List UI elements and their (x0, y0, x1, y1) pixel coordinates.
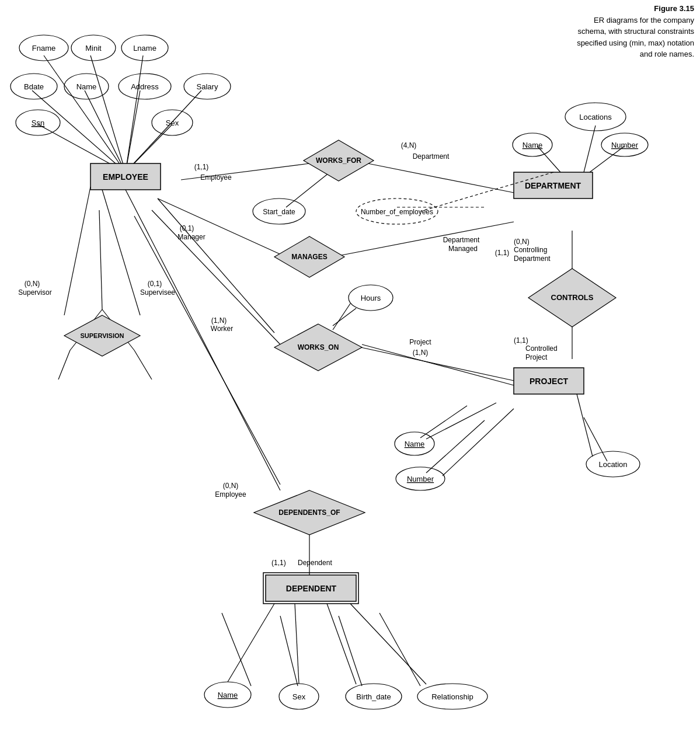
er-diagram: Fname Minit Lname Bdate Name Address Sal… (0, 0, 700, 742)
rel-works-for: WORKS_FOR (316, 156, 361, 165)
attr-minit: Minit (85, 44, 102, 53)
svg-line-13 (158, 198, 286, 257)
diagram-container: Figure 3.15 ER diagrams for the companys… (0, 0, 700, 742)
attr-address: Address (131, 82, 159, 91)
role-dependent: Dependent (298, 559, 332, 567)
attr-lname: Lname (133, 44, 156, 53)
svg-line-26 (537, 146, 560, 172)
constraint-11-controls-proj: (1,1) (514, 336, 528, 344)
constraint-01-manages: (0,1) (180, 224, 194, 232)
svg-line-3 (32, 90, 126, 172)
role-emp-dependents: Employee (215, 490, 246, 499)
svg-line-14 (333, 222, 514, 257)
svg-line-36 (379, 613, 420, 686)
constraint-11-dependent: (1,1) (271, 559, 286, 567)
attr-fname: Fname (32, 44, 55, 53)
constraint-1n-works-on-proj: (1,N) (413, 349, 429, 357)
constraint-1n-works-on-worker: (1,N) (211, 316, 227, 325)
constraint-11-manages-dept: (1,1) (495, 249, 510, 257)
rel-dependents-of: DEPENDENTS_OF (278, 508, 340, 517)
svg-line-21 (362, 344, 514, 385)
role-controlling-dept1: Controlling (514, 246, 547, 254)
constraint-11-works-for-emp: (1,1) (194, 163, 209, 171)
svg-line-35 (339, 616, 362, 686)
attr-bdate: Bdate (24, 82, 44, 91)
svg-line-64 (426, 403, 496, 439)
attr-num-employees: Number_of_employees (361, 208, 433, 216)
role-supervisee: Supervisee (140, 288, 175, 297)
attr-dept-name: Name (523, 141, 543, 149)
svg-line-22 (333, 304, 350, 330)
attr-hours: Hours (361, 294, 381, 302)
svg-line-11 (286, 172, 330, 207)
svg-line-1 (90, 55, 126, 172)
role-controlled-proj1: Controlled (525, 344, 558, 353)
svg-line-18 (58, 350, 70, 379)
role-managed: Managed (448, 245, 478, 253)
svg-line-15 (99, 210, 102, 309)
attr-proj-name: Name (405, 440, 425, 448)
entity-department: DEPARTMENT (525, 181, 581, 190)
entity-dependent: DEPENDENT (286, 584, 337, 593)
constraint-0n-emp-dep: (0,N) (223, 482, 239, 490)
svg-line-19 (134, 350, 152, 379)
constraint-4n-works-for: (4,N) (401, 141, 417, 149)
rel-supervision: SUPERVISION (81, 332, 124, 339)
rel-works-on: WORKS_ON (298, 343, 339, 351)
svg-line-4 (85, 90, 126, 172)
role-project-works-on: Project (409, 338, 431, 346)
role-employee-works-for: Employee (200, 173, 232, 182)
attr-proj-number: Number (407, 475, 434, 483)
svg-line-0 (44, 55, 126, 172)
attr-sex: Sex (166, 119, 179, 127)
svg-line-82 (361, 347, 514, 381)
entity-employee: EMPLOYEE (103, 172, 148, 182)
svg-line-74 (228, 604, 274, 682)
svg-line-80 (350, 604, 426, 684)
attr-birth-date: Birth_date (356, 692, 391, 701)
svg-line-27 (590, 146, 625, 172)
svg-line-66 (443, 409, 514, 476)
role-worker: Worker (211, 325, 233, 333)
svg-line-78 (327, 604, 356, 684)
entity-project: PROJECT (530, 377, 569, 386)
svg-line-34 (280, 616, 298, 686)
rel-manages: MANAGES (291, 253, 327, 261)
role-supervisor: Supervisor (18, 288, 51, 297)
attr-start-date: Start_date (263, 208, 295, 216)
constraint-0n-supervisor: (0,N) (25, 280, 40, 288)
svg-line-58 (102, 190, 140, 315)
attr-salary: Salary (197, 82, 218, 91)
role-controlling-dept2: Department (514, 255, 551, 263)
constraint-01-supervisee: (0,1) (148, 280, 162, 288)
attr-location: Location (598, 460, 627, 469)
svg-line-6 (126, 90, 201, 172)
attr-dep-name: Name (218, 691, 238, 699)
role-dept-works-for: Department (413, 152, 450, 161)
svg-line-76 (295, 604, 299, 684)
svg-line-57 (64, 187, 90, 315)
attr-dep-sex: Sex (292, 692, 306, 701)
svg-line-61 (333, 308, 356, 326)
svg-line-10 (368, 163, 514, 193)
svg-line-2 (126, 55, 143, 172)
svg-line-68 (577, 394, 593, 457)
role-dept-managed: Department (443, 236, 480, 244)
attr-relationship: Relationship (431, 692, 473, 701)
attr-dept-number: Number (611, 141, 639, 149)
rel-controls: CONTROLS (551, 293, 594, 302)
attr-emp-name: Name (76, 82, 97, 91)
attr-locations: Locations (579, 113, 612, 121)
svg-line-31 (134, 216, 280, 485)
constraint-0n-controls-dept: (0,N) (514, 238, 530, 246)
role-controlled-proj2: Project (525, 353, 548, 361)
attr-ssn: Ssn (32, 119, 44, 127)
svg-line-25 (584, 126, 595, 172)
